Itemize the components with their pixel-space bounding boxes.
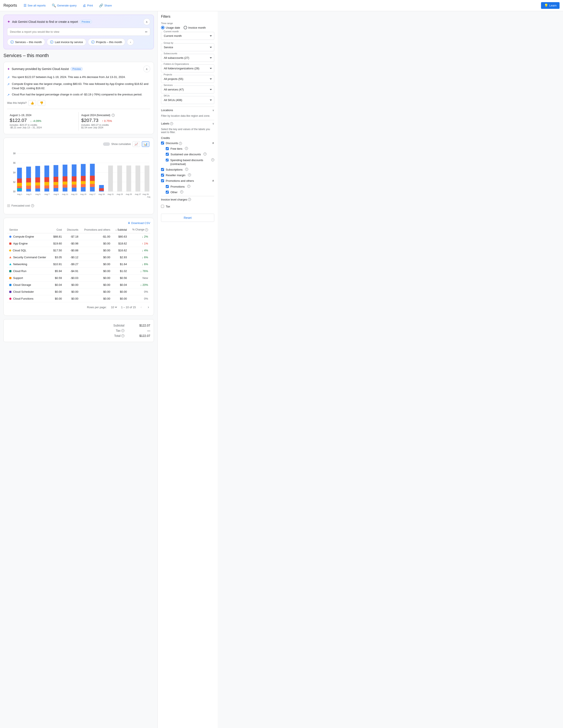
other-checkbox: Other ? (166, 190, 214, 194)
thumbs-down-btn[interactable]: 👎 (38, 100, 45, 106)
reseller-help[interactable]: ? (188, 173, 191, 176)
metric-current: August 1–19, 2024 $122.07 ↓ -4.09% inclu… (7, 112, 79, 131)
invoice-level-collapsible: Invoice level charges ? (161, 196, 214, 203)
col-cost: Cost (50, 226, 64, 233)
tax-help-icon[interactable]: ? (121, 329, 124, 332)
invoice-month-radio[interactable]: Invoice month (184, 26, 206, 29)
folders-section: Folders & Organizations All folders/orga… (161, 64, 214, 72)
print-link[interactable]: 🖨 Print (80, 2, 95, 9)
generate-query-link[interactable]: 🔍 Generate query (50, 2, 79, 9)
prev-page-btn[interactable]: ‹ (139, 305, 143, 310)
bar-chart: $8 $6 $4 $2 $0 (7, 150, 150, 200)
services-select[interactable]: All services (47) (161, 86, 214, 93)
folders-select[interactable]: All folders/organizations (28) (161, 64, 214, 72)
promotions-check[interactable] (166, 185, 169, 188)
summary-body: ↗ You spent $122.07 between Aug 1-19, 20… (7, 75, 150, 106)
usage-date-radio[interactable]: Usage date (161, 26, 180, 29)
svg-text:Aug 29: Aug 29 (142, 193, 149, 195)
summary-item-2: ↗ Compute Engine was the largest charge,… (7, 82, 150, 90)
invoice-month-radio-circle (184, 26, 187, 29)
service-cell: Networking (7, 261, 50, 268)
locations-collapsible[interactable]: Locations ∨ (161, 107, 214, 114)
svg-text:$6: $6 (13, 162, 16, 164)
gemini-input[interactable] (7, 28, 150, 36)
svg-text:Aug 3: Aug 3 (26, 193, 31, 195)
chart-wrap: $8 $6 $4 $2 $0 (7, 149, 150, 202)
reseller-margin-check[interactable] (161, 174, 164, 177)
service-cell: Cloud Storage (7, 282, 50, 288)
group-by-select[interactable]: Service (161, 43, 214, 51)
table-row: Cloud Functions$0.00$0.00$0.00$0.000% (7, 295, 150, 302)
free-tiers-checkbox: Free tiers ? (166, 147, 214, 151)
line-chart-btn[interactable]: 📈 (132, 141, 140, 147)
quick-report-services[interactable]: Services – this month (7, 38, 45, 46)
service-cell: Cloud Functions (7, 295, 50, 302)
tax-check[interactable] (161, 205, 164, 208)
reset-btn[interactable]: Reset (161, 214, 214, 222)
other-help[interactable]: ? (180, 190, 183, 193)
svg-rect-55 (135, 165, 140, 191)
group-by-section: Group by Service (161, 43, 214, 51)
forecasted-help-icon[interactable]: ? (112, 114, 115, 117)
quick-report-invoice[interactable]: Last invoice by service (47, 38, 86, 46)
summary-section: ✦ Summary provided by Gemini Cloud Assis… (3, 62, 154, 134)
svg-text:Aug 27: Aug 27 (135, 193, 141, 195)
show-cumulative-toggle[interactable]: Show cumulative (103, 142, 131, 146)
learn-link[interactable]: 💡 Learn (541, 2, 560, 9)
svg-text:$2: $2 (13, 181, 16, 183)
spending-based-check[interactable] (166, 159, 168, 162)
bar-chart-btn[interactable]: 📊 (142, 141, 149, 147)
discounts-help-icon[interactable]: ? (179, 142, 182, 145)
svg-text:Aug 13: Aug 13 (71, 193, 77, 195)
quick-report-projects[interactable]: Projects – this month (88, 38, 125, 46)
promotions-checkbox: Promotions ? (166, 185, 214, 189)
projects-select[interactable]: All projects (55) (161, 75, 214, 83)
sustained-use-checkbox: Sustained use discounts ? (166, 152, 214, 156)
total-help-icon[interactable]: ? (121, 334, 124, 337)
summary-collapse-btn[interactable]: ∧ (143, 65, 150, 72)
sustained-use-check[interactable] (166, 153, 169, 156)
rows-per-page-select[interactable]: 10 25 50 (110, 305, 118, 309)
table-row: Cloud Storage$0.04$0.00$0.00$0.04↓ 20% (7, 282, 150, 288)
svg-text:$0: $0 (13, 190, 16, 193)
other-check[interactable] (166, 191, 169, 194)
labels-help-icon[interactable]: ? (170, 122, 173, 125)
subscriptions-check[interactable] (161, 168, 164, 171)
subaccounts-select[interactable]: All subaccounts (27) (161, 54, 214, 62)
subscriptions-help[interactable]: ? (185, 168, 188, 171)
see-all-reports-link[interactable]: ☰ See all reports (21, 2, 48, 9)
free-tiers-check[interactable] (166, 147, 169, 150)
pagination-row: Rows per page: 10 25 50 1 – 10 of 15 ‹ › (7, 302, 150, 312)
change-help-icon[interactable]: ? (145, 228, 148, 231)
skus-select[interactable]: All SKUs (408) (161, 96, 214, 104)
discounts-sub: Free tiers ? Sustained use discounts ? S… (166, 147, 214, 166)
table-row: Cloud Scheduler$0.00$0.00$0.00$0.000% (7, 288, 150, 295)
share-link[interactable]: 🔗 Share (97, 2, 114, 9)
download-csv-btn[interactable]: ⬇ Download CSV (128, 221, 150, 225)
promotions-collapse-icon[interactable]: ∧ (212, 179, 214, 182)
next-page-btn[interactable]: › (146, 305, 150, 310)
gemini-collapse-btn[interactable]: ∧ (143, 18, 150, 25)
svg-rect-29 (44, 185, 49, 188)
thumbs-up-btn[interactable]: 👍 (28, 100, 36, 106)
spending-help[interactable]: ? (211, 158, 214, 161)
promotions-others-check[interactable] (161, 179, 164, 182)
promotions-help[interactable]: ? (187, 185, 190, 188)
cumulative-switch[interactable] (103, 142, 110, 146)
spending-based-checkbox: Spending based discounts (contractual) ? (166, 158, 214, 166)
free-tiers-help[interactable]: ? (185, 147, 188, 150)
invoice-level-help[interactable]: ? (188, 198, 191, 201)
labels-collapsible[interactable]: Labels ? ∨ (161, 120, 214, 127)
forecasted-cost-help[interactable]: ? (31, 204, 34, 207)
discounts-check[interactable] (161, 142, 164, 145)
discounts-collapse-icon[interactable]: ∧ (212, 141, 214, 145)
usage-date-radio-circle (161, 26, 164, 29)
gemini-preview-badge: Preview (80, 20, 92, 24)
table-row: Security Command Center$3.05-$0.12$0.00$… (7, 254, 150, 261)
service-cell: Cloud Run (7, 268, 50, 275)
quick-reports-next-btn[interactable]: › (127, 39, 134, 45)
time-range-select[interactable]: Current month (161, 32, 214, 40)
svg-text:Aug 5: Aug 5 (35, 193, 40, 195)
trend-icon-1: ↗ (7, 75, 10, 80)
sustained-help[interactable]: ? (203, 152, 206, 156)
